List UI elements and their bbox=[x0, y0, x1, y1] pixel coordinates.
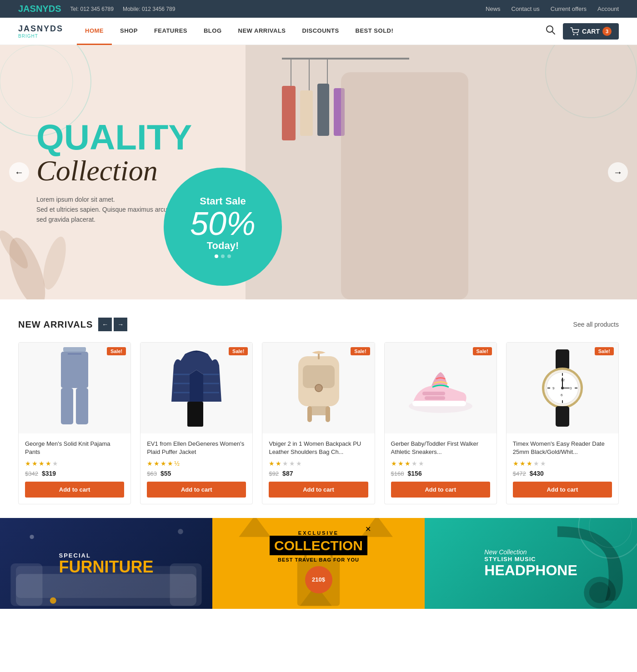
new-price-1: $319 bbox=[42, 470, 56, 477]
product-name-4: Gerber Baby/Toddler First Walker Athleti… bbox=[391, 440, 490, 457]
mobile-text: Mobile: 012 3456 789 bbox=[123, 6, 175, 12]
svg-rect-20 bbox=[63, 347, 86, 352]
nav-links: HOME SHOP FEATURES BLOG NEW ARRIVALS DIS… bbox=[77, 18, 546, 45]
hero-prev-button[interactable]: ← bbox=[9, 162, 29, 182]
add-to-cart-4[interactable]: Add to cart bbox=[391, 482, 490, 498]
new-price-3: $87 bbox=[282, 470, 293, 477]
bags-exclusive: EXCLUSIVE bbox=[270, 530, 367, 536]
nav-discounts[interactable]: DISCOUNTS bbox=[294, 18, 347, 45]
svg-rect-21 bbox=[61, 352, 88, 388]
svg-rect-23 bbox=[76, 388, 88, 424]
svg-point-6 bbox=[2, 234, 52, 299]
svg-rect-31 bbox=[187, 402, 203, 427]
bags-close-icon[interactable]: ✕ bbox=[365, 525, 371, 533]
logo: JASNYDS bbox=[18, 4, 61, 14]
slide-dots bbox=[215, 254, 231, 258]
hero-title-quality: QUALITY bbox=[36, 119, 192, 155]
product-name-3: Vbiger 2 in 1 Women Backpack PU Leather … bbox=[269, 440, 368, 457]
nav-home[interactable]: HOME bbox=[77, 18, 112, 45]
product-card-5: Sale! bbox=[506, 342, 619, 504]
product-price-5: $472 $430 bbox=[513, 470, 612, 477]
svg-point-71 bbox=[589, 582, 611, 603]
new-price-5: $430 bbox=[530, 470, 544, 477]
svg-text:6: 6 bbox=[561, 393, 563, 397]
news-link[interactable]: News bbox=[486, 5, 501, 12]
svg-point-63 bbox=[30, 535, 34, 539]
promo-bags-banner[interactable]: EXCLUSIVE COLLECTION BEST TRAVEL BAG FOR… bbox=[212, 518, 425, 609]
contact-link[interactable]: Contact us bbox=[512, 5, 540, 12]
product-image-wrap-3: Sale! bbox=[262, 343, 374, 433]
promo-headphone-banner[interactable]: New Collection STYLISH MUSIC HEADPHONE bbox=[425, 518, 637, 609]
bags-sub: BEST TRAVEL BAG FOR YOU bbox=[270, 557, 367, 562]
svg-point-2 bbox=[573, 34, 575, 35]
product-info-5: Timex Women's Easy Reader Date 25mm Blac… bbox=[507, 433, 618, 504]
add-to-cart-1[interactable]: Add to cart bbox=[25, 482, 124, 498]
add-to-cart-3[interactable]: Add to cart bbox=[269, 482, 368, 498]
search-button[interactable] bbox=[546, 25, 556, 37]
sale-tag-3: Sale! bbox=[351, 347, 370, 355]
headphone-stylish: STYLISH MUSIC bbox=[484, 556, 577, 562]
product-name-1: George Men's Solid Knit Pajama Pants bbox=[25, 440, 124, 457]
svg-rect-15 bbox=[282, 86, 296, 140]
old-price-4: $168 bbox=[391, 470, 404, 477]
svg-point-8 bbox=[0, 227, 32, 272]
svg-rect-19 bbox=[341, 72, 468, 299]
product-stars-4: ★ ★ ★ ★ ★ bbox=[391, 460, 490, 467]
phone-text: Tel: 012 345 6789 bbox=[70, 6, 113, 12]
sale-tag-5: Sale! bbox=[595, 347, 614, 355]
current-offers-link[interactable]: Current offers bbox=[551, 5, 587, 12]
product-stars-5: ★ ★ ★ ★ ★ bbox=[513, 460, 612, 467]
sale-percentage: 50% bbox=[190, 207, 256, 240]
cart-label: CART bbox=[582, 28, 600, 35]
sale-badge: Start Sale 50% Today! bbox=[164, 168, 282, 286]
bags-content: EXCLUSIVE COLLECTION BEST TRAVEL BAG FOR… bbox=[261, 521, 376, 606]
account-link[interactable]: Account bbox=[597, 5, 619, 12]
headphone-new-collection: New Collection bbox=[484, 548, 577, 556]
sale-tag-2: Sale! bbox=[229, 347, 248, 355]
sale-tag-4: Sale! bbox=[473, 347, 492, 355]
product-card-4: Sale! Gerber Baby bbox=[384, 342, 497, 504]
prev-products-button[interactable]: ← bbox=[98, 318, 112, 331]
add-to-cart-2[interactable]: Add to cart bbox=[147, 482, 246, 498]
headphone-title: HEADPHONE bbox=[484, 562, 577, 578]
cart-button[interactable]: CART 3 bbox=[563, 23, 619, 40]
product-stars-2: ★ ★ ★ ★ ½ bbox=[147, 460, 246, 467]
product-info-2: EV1 from Ellen DeGeneres Women's Plaid P… bbox=[140, 433, 252, 504]
add-to-cart-5[interactable]: Add to cart bbox=[513, 482, 612, 498]
old-price-3: $92 bbox=[269, 470, 279, 477]
svg-rect-37 bbox=[307, 406, 312, 422]
top-bar-right: News Contact us Current offers Account bbox=[486, 5, 619, 12]
top-bar-left: JASNYDS Tel: 012 345 6789 Mobile: 012 34… bbox=[18, 4, 175, 14]
nav-blog[interactable]: BLOG bbox=[196, 18, 230, 45]
hero-next-button[interactable]: → bbox=[608, 162, 628, 182]
nav-new-arrivals[interactable]: NEW ARRIVALS bbox=[230, 18, 294, 45]
products-grid: Sale! George Men's Solid Knit Pajama Pan… bbox=[18, 342, 619, 504]
product-price-3: $92 $87 bbox=[269, 470, 368, 477]
svg-text:12: 12 bbox=[561, 378, 565, 382]
nav-features[interactable]: FEATURES bbox=[146, 18, 196, 45]
product-info-3: Vbiger 2 in 1 Women Backpack PU Leather … bbox=[262, 433, 374, 504]
product-image-wrap-1: Sale! bbox=[19, 343, 130, 433]
brand-name: JASNYDS bbox=[18, 24, 63, 34]
svg-point-53 bbox=[561, 387, 564, 389]
search-icon bbox=[546, 25, 556, 35]
bags-price: 210$ bbox=[305, 566, 332, 593]
product-card-3: Sale! Vbiger 2 in 1 Women Backpack PU L bbox=[262, 342, 375, 504]
nav-shop[interactable]: SHOP bbox=[112, 18, 146, 45]
nav-best-sold[interactable]: BEST SOLD! bbox=[347, 18, 402, 45]
svg-point-5 bbox=[0, 45, 73, 118]
product-card-2: Sale! bbox=[140, 342, 253, 504]
new-price-4: $156 bbox=[408, 470, 422, 477]
promo-furniture-banner[interactable]: SPECIAL FURNITURE bbox=[0, 518, 212, 609]
logo-text: JASNYDS bbox=[18, 4, 61, 14]
next-products-button[interactable]: → bbox=[114, 318, 127, 331]
old-price-2: $63 bbox=[147, 470, 157, 477]
svg-text:9: 9 bbox=[552, 386, 555, 390]
svg-rect-10 bbox=[246, 45, 637, 299]
svg-point-7 bbox=[39, 234, 70, 292]
section-title: NEW ARRIVALS bbox=[18, 319, 93, 330]
new-price-2: $55 bbox=[161, 470, 171, 477]
furniture-content: SPECIAL FURNITURE bbox=[45, 543, 167, 584]
svg-rect-17 bbox=[317, 84, 329, 136]
see-all-link[interactable]: See all products bbox=[573, 321, 619, 328]
